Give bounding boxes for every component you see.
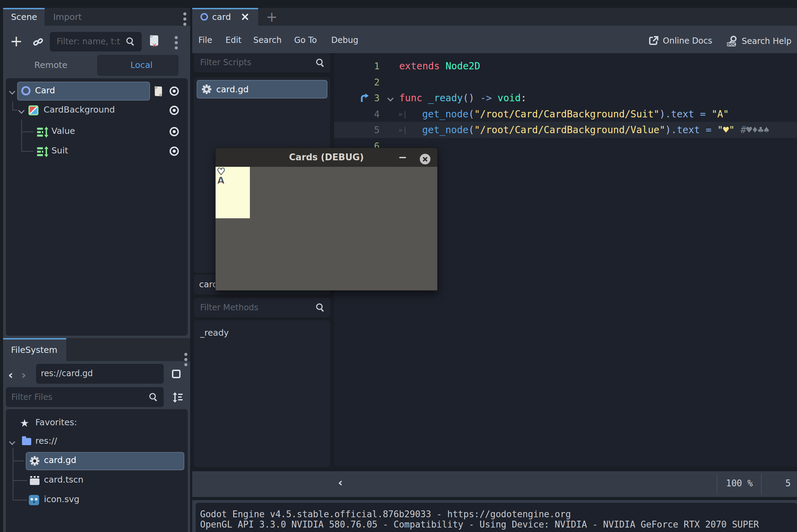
toggle-local-label: Local: [130, 60, 153, 70]
add-node-button[interactable]: +: [10, 34, 23, 49]
colorrect-icon: [28, 105, 38, 115]
chevron-down-icon[interactable]: [10, 89, 15, 94]
filesystem-menu-icon[interactable]: [184, 353, 187, 366]
fs-item-card.gd[interactable]: card.gd: [44, 455, 76, 465]
attached-script-icon[interactable]: [154, 86, 163, 98]
fs-item-Favorites[interactable]: Favorites:: [35, 417, 77, 427]
fs-forward-button[interactable]: ›: [21, 368, 26, 382]
zoom-level[interactable]: 100 %: [726, 478, 753, 488]
tree-guide: [21, 119, 22, 151]
code-text: get_node("/root/Card/CardBackground/Suit…: [422, 106, 729, 122]
search-help-button[interactable]: DOC Search Help: [726, 35, 792, 47]
debug-window[interactable]: Cards (DEBUG) ♥ A: [215, 148, 438, 291]
new-tab-button[interactable]: +: [266, 9, 278, 25]
code-line-3[interactable]: 3func _ready() -> void:: [334, 90, 797, 106]
script-list-item[interactable]: card.gd: [197, 80, 327, 99]
menu-edit[interactable]: Edit: [226, 35, 241, 45]
debug-window-titlebar[interactable]: Cards (DEBUG): [216, 148, 437, 167]
code-text: extends Node2D: [399, 58, 480, 74]
tree-guide: [13, 448, 13, 500]
fs-item-icon.svg[interactable]: icon.svg: [44, 494, 79, 504]
tab-scene[interactable]: Scene: [3, 8, 45, 26]
code-line-2[interactable]: 2: [334, 74, 797, 90]
tab-card-scene[interactable]: card: [192, 8, 258, 26]
menu-file[interactable]: File: [198, 35, 212, 45]
filter-scripts-placeholder: Filter Scripts: [200, 58, 251, 67]
tab-import[interactable]: Import: [53, 12, 82, 22]
node2d-icon: [21, 86, 31, 95]
search-icon: [126, 37, 135, 46]
fold-chevron-icon[interactable]: [388, 95, 393, 101]
playing-card: ♥ A: [216, 167, 250, 218]
line-number: 2: [357, 74, 380, 90]
tree-guide: [21, 131, 34, 132]
menu-search[interactable]: Search: [253, 35, 281, 45]
scene-node-value[interactable]: Value: [51, 126, 75, 136]
tab-indent-marker: »|: [398, 106, 407, 122]
menu-debug[interactable]: Debug: [331, 35, 358, 45]
scene-file-icon: [29, 475, 40, 487]
gdscript-icon: [30, 456, 40, 467]
scene-icon: [200, 13, 208, 21]
filter-methods-input[interactable]: Filter Methods: [194, 298, 330, 317]
scene-node-cardbackground[interactable]: CardBackground: [44, 105, 115, 115]
line-number: 4: [357, 106, 380, 122]
tree-guide: [13, 480, 27, 481]
output-line: Godot Engine v4.5.stable.official.876b29…: [200, 509, 571, 519]
tab-indent-marker: »|: [398, 122, 407, 138]
active-tab-accent: [3, 338, 66, 339]
output-log: Godot Engine v4.5.stable.official.876b29…: [196, 503, 797, 532]
code-line-1[interactable]: 1extends Node2D: [334, 58, 797, 74]
scene-node-suit[interactable]: Suit: [51, 146, 68, 155]
scene-filter-input[interactable]: Filter: name, t:t: [50, 32, 142, 51]
code-text: func _ready() -> void:: [399, 90, 527, 106]
label-icon: [37, 146, 49, 159]
detach-script-button[interactable]: ✕: [149, 34, 160, 49]
scene-node-card[interactable]: Card: [35, 85, 55, 95]
tab-filesystem[interactable]: FileSystem: [3, 338, 66, 361]
toggle-remote[interactable]: Remote: [34, 60, 67, 70]
close-tab-icon[interactable]: [241, 13, 249, 21]
fs-item-res[interactable]: res://: [35, 436, 57, 446]
visibility-icon[interactable]: [170, 147, 179, 156]
line-number: 1: [357, 58, 380, 74]
fs-path-input[interactable]: res://card.gd: [36, 364, 164, 384]
visibility-icon[interactable]: [170, 106, 179, 115]
chevron-down-icon[interactable]: [10, 439, 15, 444]
filter-scripts-input[interactable]: Filter Scripts: [194, 53, 330, 72]
fs-filter-input[interactable]: Filter Files: [6, 387, 164, 407]
godot-editor: Scene Import + Filter: name, t:t ✕ Remot…: [0, 0, 797, 532]
output-line: OpenGL API 3.3.0 NVIDIA 580.76.05 - Comp…: [200, 519, 759, 530]
divider: [717, 474, 717, 495]
fs-item-card.tscn[interactable]: card.tscn: [44, 475, 83, 485]
search-icon: [149, 393, 158, 402]
tab-scene-label: Scene: [11, 12, 37, 22]
fs-back-button[interactable]: ‹: [8, 368, 13, 382]
scripts-panel-toggle[interactable]: ‹: [338, 476, 343, 489]
svg-text:✕: ✕: [152, 42, 157, 48]
close-icon[interactable]: [420, 154, 430, 164]
card-value-label: A: [217, 175, 224, 186]
chevron-down-icon[interactable]: [19, 108, 24, 113]
minimize-icon[interactable]: [399, 157, 406, 158]
tab-filesystem-label: FileSystem: [11, 345, 57, 355]
scene-tree: [6, 78, 188, 336]
code-line-4[interactable]: 4»|get_node("/root/Card/CardBackground/S…: [334, 106, 797, 122]
tree-guide: [13, 500, 27, 500]
toggle-local[interactable]: Local: [97, 55, 178, 76]
fs-split-mode-icon[interactable]: [172, 370, 181, 378]
scene-toolbar-menu-icon[interactable]: [174, 36, 178, 49]
svg-text:DOC: DOC: [727, 43, 736, 46]
fs-sort-icon[interactable]: [172, 392, 183, 404]
online-docs-button[interactable]: Online Docs: [648, 35, 712, 46]
code-line-5[interactable]: 5»|get_node("/root/Card/CardBackground/V…: [334, 122, 797, 138]
code-text: get_node("/root/Card/CardBackground/Valu…: [422, 122, 769, 138]
visibility-icon[interactable]: [170, 127, 179, 136]
instance-scene-button[interactable]: [33, 37, 43, 49]
scene-dock-menu-icon[interactable]: [183, 12, 186, 26]
menu-go-to[interactable]: Go To: [294, 35, 317, 45]
visibility-icon[interactable]: [170, 86, 179, 96]
method-list-item[interactable]: _ready: [200, 328, 229, 338]
label-icon: [37, 127, 49, 139]
debug-window-viewport: ♥ A: [216, 167, 437, 290]
